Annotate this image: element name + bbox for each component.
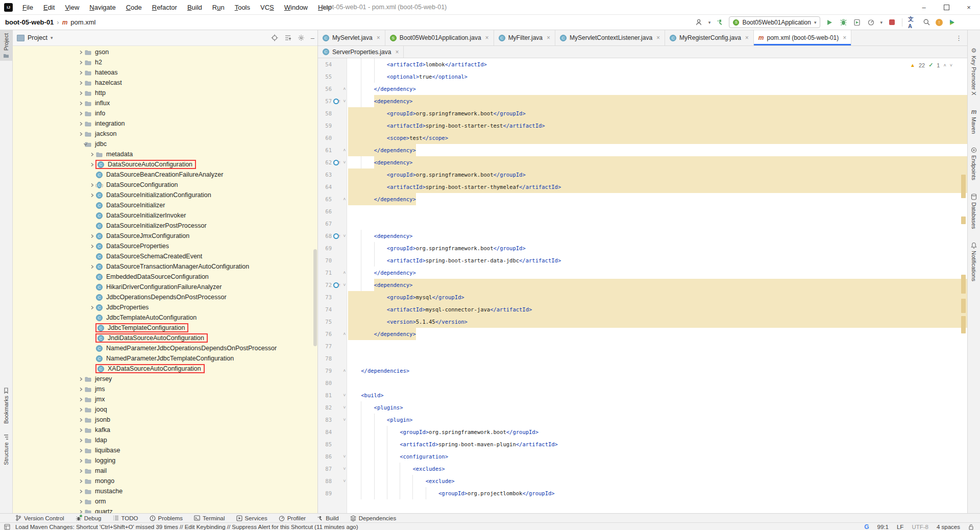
code-line-70[interactable]: 70 <artifactId>spring-boot-starter-data-… (318, 254, 967, 267)
chevron-collapsed-icon[interactable] (77, 479, 84, 484)
code-text[interactable]: <plugin> (348, 414, 967, 426)
translate-icon[interactable]: 文A (908, 18, 917, 27)
tree-item-quartz[interactable]: quartz (13, 507, 317, 513)
chevron-collapsed-icon[interactable] (77, 499, 84, 504)
code-text[interactable]: <optional>true</optional> (348, 70, 967, 83)
chevron-expanded-icon[interactable] (77, 142, 84, 147)
chevron-collapsed-icon[interactable] (77, 60, 84, 65)
chevron-collapsed-icon[interactable] (77, 489, 84, 494)
chevron-collapsed-icon[interactable] (77, 377, 84, 381)
code-line-63[interactable]: 63 <groupId>org.springframework.boot</gr… (318, 168, 967, 181)
editor-tab-myservletcontextlistener-java[interactable]: CMyServletContextListener.java× (555, 30, 665, 45)
profile-dropdown-icon[interactable]: ▾ (708, 20, 711, 25)
chevron-collapsed-icon[interactable] (88, 264, 95, 269)
fold-close-icon[interactable]: ˄ (341, 148, 348, 153)
code-text[interactable]: <groupId>mysql</groupId> (348, 291, 967, 303)
tree-item-DataSourceInitializerPostProcessor[interactable]: CDataSourceInitializerPostProcessor (13, 221, 317, 231)
tree-item-logging[interactable]: logging (13, 455, 317, 466)
code-line-66[interactable]: 66 (318, 205, 967, 218)
tool-stripe-databases[interactable]: Databases (971, 194, 977, 229)
code-text[interactable]: <artifactId>spring-boot-starter-data-jdb… (348, 254, 967, 267)
code-line-57[interactable]: 57↑˅ <dependency> (318, 95, 967, 107)
toolwindow-dependencies[interactable]: Dependencies (350, 515, 397, 521)
editor-tab-serverproperties-java[interactable]: CServerProperties.java× (318, 46, 404, 58)
tree-item-JdbcOperationsDependsOnPostProcessor[interactable]: CJdbcOperationsDependsOnPostProcessor (13, 292, 317, 302)
tree-item-JdbcProperties[interactable]: CJdbcProperties (13, 302, 317, 312)
chevron-collapsed-icon[interactable] (88, 162, 95, 167)
tree-item-JndiDataSourceAutoConfiguration[interactable]: CJndiDataSourceAutoConfiguration (13, 333, 317, 343)
tool-stripe-endpoints[interactable]: Endpoints (971, 147, 977, 180)
fold-open-icon[interactable]: ˅ (341, 454, 348, 459)
code-line-76[interactable]: 76˄ </dependency> (318, 328, 967, 340)
chevron-collapsed-icon[interactable] (77, 459, 84, 463)
tree-item-jmx[interactable]: jmx (13, 394, 317, 404)
code-text[interactable]: <dependency> (348, 230, 967, 242)
tool-stripe-bookmarks[interactable]: Bookmarks (3, 388, 9, 424)
code-text[interactable]: </dependency> (348, 144, 967, 156)
code-text[interactable]: </dependency> (348, 193, 967, 205)
tree-item-metadata[interactable]: metadata (13, 149, 317, 159)
error-stripe-mark[interactable] (961, 275, 966, 294)
code-line-64[interactable]: 64 <artifactId>spring-boot-starter-thyme… (318, 181, 967, 193)
code-line-81[interactable]: 81˅ <build> (318, 389, 967, 401)
fold-open-icon[interactable]: ˅ (341, 233, 348, 238)
code-line-82[interactable]: 82˅ <plugins> (318, 401, 967, 414)
code-line-88[interactable]: 88˅ <exclude> (318, 475, 967, 487)
close-icon[interactable]: × (395, 49, 399, 56)
fold-open-icon[interactable]: ˅ (341, 405, 348, 410)
tree-item-DataSourceJmxConfiguration[interactable]: CDataSourceJmxConfiguration (13, 231, 317, 241)
line-separator[interactable]: LF (897, 524, 903, 530)
menu-edit[interactable]: Edit (39, 2, 59, 13)
fold-open-icon[interactable]: ˅ (341, 466, 348, 471)
code-text[interactable]: <artifactId>lombok</artifactId> (348, 58, 967, 70)
toolwindow-problems[interactable]: Problems (150, 515, 183, 521)
code-line-83[interactable]: 83˅ <plugin> (318, 414, 967, 426)
code-text[interactable]: <artifactId>spring-boot-maven-plugin</ar… (348, 438, 967, 450)
code-line-56[interactable]: 56˄ </dependency> (318, 83, 967, 95)
project-view-selector[interactable]: Project ▾ (17, 34, 53, 41)
tree-item-jms[interactable]: jms (13, 384, 317, 394)
tree-item-jackson[interactable]: jackson (13, 129, 317, 139)
tree-item-EmbeddedDataSourceConfiguration[interactable]: CEmbeddedDataSourceConfiguration (13, 272, 317, 282)
tree-item-JdbcTemplateAutoConfiguration[interactable]: CJdbcTemplateAutoConfiguration (13, 312, 317, 323)
run-with-coverage-button[interactable] (852, 18, 862, 27)
code-text[interactable]: </dependency> (348, 328, 967, 340)
menu-window[interactable]: Window (280, 2, 312, 13)
code-line-68[interactable]: 68↑˅ <dependency> (318, 230, 967, 242)
code-text[interactable]: <excludes> (348, 463, 967, 475)
tree-item-DataSourceProperties[interactable]: CDataSourceProperties (13, 241, 317, 251)
menu-view[interactable]: View (60, 2, 84, 13)
tree-item-HikariDriverConfigurationFailureAnalyzer[interactable]: CHikariDriverConfigurationFailureAnalyze… (13, 282, 317, 292)
tool-stripe-key-promoter[interactable]: ⚙ Key Promoter X (971, 47, 977, 95)
code-text[interactable] (348, 352, 967, 365)
breadcrumb-project[interactable]: boot-05-web-01 (5, 18, 54, 26)
toolwindow-version-control[interactable]: Version Control (15, 515, 64, 521)
error-stripe-mark[interactable] (961, 316, 966, 333)
chevron-collapsed-icon[interactable] (77, 387, 84, 392)
code-line-67[interactable]: 67 (318, 218, 967, 230)
tree-item-DataSourceConfiguration[interactable]: (C)DataSourceConfiguration (13, 180, 317, 190)
tool-stripe-notifications[interactable]: Notifications (971, 242, 977, 281)
tool-stripe-maven[interactable]: m Maven (971, 109, 977, 134)
toolwindow-terminal[interactable]: Terminal (194, 515, 225, 521)
fold-open-icon[interactable]: ˅ (341, 282, 348, 287)
code-text[interactable]: <groupId>org.springframework.boot</group… (348, 426, 967, 438)
code-text[interactable]: <groupId>org.springframework.boot</group… (348, 242, 967, 254)
code-line-79[interactable]: 79˄ </dependencies> (318, 365, 967, 377)
tree-item-jooq[interactable]: jooq (13, 404, 317, 415)
tree-item-DataSourceSchemaCreatedEvent[interactable]: CDataSourceSchemaCreatedEvent (13, 251, 317, 261)
chevron-collapsed-icon[interactable] (77, 469, 84, 473)
fold-close-icon[interactable]: ˄ (341, 368, 348, 373)
tree-item-orm[interactable]: orm (13, 496, 317, 507)
code-line-89[interactable]: 89 <groupId>org.projectlombok</groupId> (318, 487, 967, 499)
tree-item-influx[interactable]: influx (13, 98, 317, 108)
code-text[interactable]: <groupId>org.projectlombok</groupId> (348, 487, 967, 499)
menu-vcs[interactable]: VCS (256, 2, 279, 13)
tree-item-DataSourceInitializerInvoker[interactable]: CDataSourceInitializerInvoker (13, 210, 317, 221)
code-text[interactable]: </dependencies> (348, 365, 967, 377)
fold-open-icon[interactable]: ˅ (341, 417, 348, 422)
code-line-77[interactable]: 77 (318, 340, 967, 352)
tree-item-liquibase[interactable]: liquibase (13, 445, 317, 455)
tree-item-info[interactable]: info (13, 108, 317, 118)
code-text[interactable]: <artifactId>spring-boot-starter-thymelea… (348, 181, 967, 193)
